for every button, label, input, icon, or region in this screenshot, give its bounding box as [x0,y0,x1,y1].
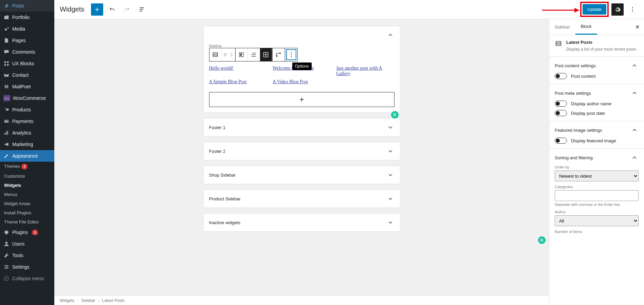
update-button[interactable]: Update [583,4,606,15]
mailpoet-icon: M [3,84,10,90]
svg-point-30 [224,54,224,55]
transform-button[interactable] [273,48,285,61]
svg-point-44 [291,54,292,55]
redo-button[interactable] [121,3,133,16]
pin-icon [3,3,10,9]
menu-pages[interactable]: Pages [0,35,54,46]
post-link[interactable]: Hello world! [209,66,267,76]
menu-contact[interactable]: Contact [0,69,54,81]
move-handle[interactable] [228,48,235,61]
menu-uxblocks[interactable]: UX Blocks [0,58,54,69]
collapse-icon [3,275,10,282]
menu-plugins[interactable]: Plugins5 [0,227,54,238]
settings-sidebar: Sidebar Block ✕ Latest Posts Display a l… [549,19,644,305]
admin-sidebar: Posts Portfolio Media Pages Comments UX … [0,0,54,305]
widget-area-sidebar-header[interactable] [204,26,400,44]
post-link[interactable]: A Video Blog Post [273,79,331,85]
add-block-appender[interactable] [209,92,394,107]
block-toolbar: Options [209,48,298,61]
submenu-theme-file-editor[interactable]: Theme File Editor [0,217,54,227]
widget-area-header[interactable]: Footer 2 [204,142,400,160]
tab-block[interactable]: Block [575,19,597,35]
list-view-button[interactable] [136,3,148,16]
section-post-content[interactable]: Post content settings [555,61,639,70]
menu-settings[interactable]: Settings [0,261,54,273]
widget-area-header[interactable]: Inactive widgets [204,214,400,231]
order-by-select[interactable]: Newest to oldest [555,171,639,181]
author-select[interactable]: All [555,215,639,226]
post-link[interactable]: Just another post with A Gallery [336,66,394,76]
menu-portfolio[interactable]: Portfolio [0,12,54,23]
svg-point-23 [632,7,633,8]
categories-input[interactable] [555,190,639,201]
undo-button[interactable] [106,3,118,16]
svg-point-0 [5,28,7,30]
widget-area-header[interactable]: Footer 1 [204,119,400,136]
toggle-featured-image[interactable] [555,138,567,144]
menu-woocommerce[interactable]: wooWooCommerce [0,92,54,104]
section-sorting[interactable]: Sorting and filtering [555,154,639,162]
submenu-widgets[interactable]: Widgets [0,181,54,190]
section-post-meta[interactable]: Post meta settings [555,89,639,97]
editor-canvas[interactable]: Sidebar [54,19,549,305]
section-featured-image[interactable]: Featured image settings [555,126,639,134]
settings-icon [3,264,10,270]
marketing-icon [3,141,10,147]
menu-appearance[interactable]: Appearance [0,150,54,162]
crumb-widgets[interactable]: Widgets [60,298,74,303]
comment-icon [3,49,10,55]
block-breadcrumb: Widgets › Sidebar › Latest Posts [54,295,549,305]
menu-marketing[interactable]: Marketing [0,139,54,150]
tab-sidebar[interactable]: Sidebar [549,20,575,34]
page-title: Widgets [60,5,84,13]
plugins-icon [3,229,10,235]
svg-rect-36 [240,54,242,56]
menu-products[interactable]: Products [0,104,54,115]
svg-rect-7 [4,133,5,135]
menu-payments[interactable]: Payments [0,115,54,127]
toggle-post-content[interactable] [555,73,567,79]
settings-toggle-button[interactable] [611,3,624,16]
menu-users[interactable]: Users [0,238,54,250]
chevron-down-icon [386,147,394,155]
toggle-post-date[interactable] [555,110,567,116]
grid-view-button[interactable] [260,48,272,61]
post-link[interactable]: A Simple Blog Post [209,79,267,85]
submenu-install-plugins[interactable]: Install Plugins [0,208,54,217]
more-options-button[interactable] [626,3,639,16]
menu-posts[interactable]: Posts [0,0,54,12]
widget-area-header[interactable]: Product Sidebar [204,190,400,208]
menu-analytics[interactable]: Analytics [0,127,54,139]
grammarly-icon[interactable]: G [391,111,399,119]
menu-media[interactable]: Media [0,23,54,35]
crumb-latest-posts[interactable]: Latest Posts [102,298,125,303]
crumb-sidebar[interactable]: Sidebar [81,298,95,303]
submenu-widget-areas[interactable]: Widget Areas [0,199,54,208]
menu-tools[interactable]: Tools [0,250,54,261]
drag-handle[interactable] [222,48,228,61]
toggle-author-name[interactable] [555,101,567,107]
block-type-button[interactable] [209,48,222,61]
categories-help: Separate with commas or the Enter key. [555,202,639,207]
svg-marker-22 [574,8,579,13]
widget-area-header[interactable]: Shop Sidebar [204,166,400,184]
menu-comments[interactable]: Comments [0,46,54,58]
menu-mailpoet[interactable]: MMailPoet [0,81,54,92]
top-toolbar: Widgets Update [54,0,644,19]
author-label: Author [555,210,639,214]
options-tooltip: Options [292,62,312,70]
grammarly-icon[interactable]: G [538,236,546,244]
list-view-button-2[interactable] [248,48,260,61]
submenu-customize[interactable]: Customize [0,172,54,181]
media-icon [3,26,10,32]
menu-collapse[interactable]: Collapse menu [0,273,54,284]
add-block-button[interactable] [91,3,103,16]
appearance-icon [3,153,10,159]
submenu-menus[interactable]: Menus [0,190,54,199]
close-settings-button[interactable]: ✕ [630,24,644,30]
categories-label: Categories [555,185,639,189]
svg-point-32 [225,53,226,54]
align-button[interactable] [236,48,248,61]
block-options-button[interactable] [285,48,297,61]
submenu-themes[interactable]: Themes3 [0,162,54,172]
